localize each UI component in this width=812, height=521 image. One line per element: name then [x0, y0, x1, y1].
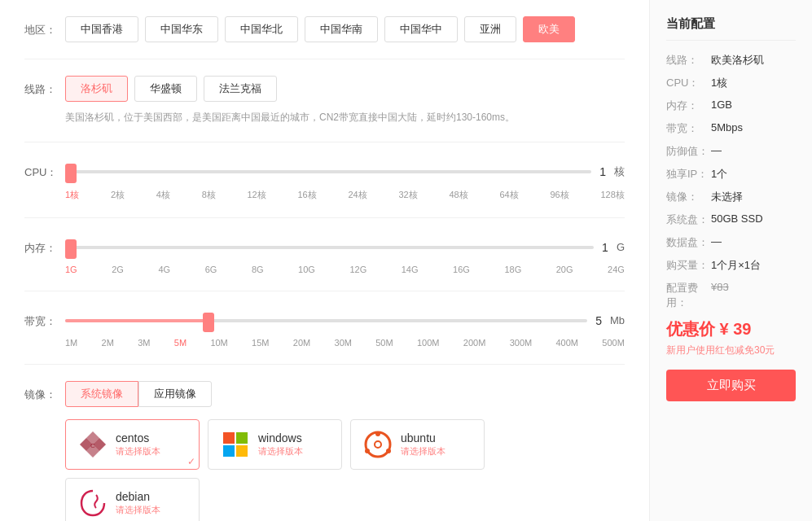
config-ip: 独享IP： 1个: [666, 167, 796, 182]
cpu-slider[interactable]: [65, 172, 591, 175]
cpu-tick-24: 24核: [349, 189, 367, 201]
price-note: 新用户使用红包减免30元: [666, 344, 796, 357]
config-defense-val: —: [711, 144, 796, 159]
debian-icon: [78, 488, 108, 518]
mem-tick-1g: 1G: [65, 265, 77, 274]
os-card-debian[interactable]: debian 请选择版本: [65, 478, 200, 521]
region-us[interactable]: 欧美: [523, 16, 575, 42]
mem-tick-12g: 12G: [349, 265, 366, 274]
windows-icon: [221, 430, 250, 459]
debian-name: debian: [116, 490, 160, 503]
config-qty-key: 购买量：: [666, 258, 711, 273]
bandwidth-content: 5 Mb 1M 2M 3M 5M 10M 15M 20M 30M 50M 100…: [65, 308, 625, 348]
bw-tick-30m: 30M: [335, 338, 352, 348]
image-content: 系统镜像 应用镜像 C: [65, 381, 625, 521]
mem-tick-6g: 6G: [205, 265, 217, 274]
buy-button[interactable]: 立即购买: [666, 370, 796, 401]
cpu-tick-128: 128核: [601, 189, 625, 201]
centos-icon: C: [78, 430, 108, 459]
centos-name: centos: [116, 431, 160, 444]
config-image: 镜像： 未选择: [666, 190, 796, 204]
config-bw-val: 5Mbps: [711, 121, 796, 136]
cpu-tick-8: 8核: [202, 189, 216, 201]
image-tab-app[interactable]: 应用镜像: [138, 381, 212, 407]
discount-price: 优惠价 ¥ 39: [666, 318, 796, 340]
svg-rect-7: [236, 432, 248, 444]
svg-rect-8: [223, 445, 235, 457]
bw-tick-50m: 50M: [375, 338, 393, 348]
line-la[interactable]: 洛杉矶: [65, 76, 128, 102]
config-sysdisk-key: 系统盘：: [666, 212, 711, 227]
centos-sub: 请选择版本: [116, 446, 160, 456]
os-grid: C centos 请选择版本: [65, 419, 625, 521]
cpu-tick-1: 1核: [65, 189, 79, 201]
region-south[interactable]: 中国华南: [305, 16, 378, 42]
line-frankfurt[interactable]: 法兰克福: [204, 76, 277, 102]
line-row: 线路： 洛杉矶 华盛顿 法兰克福 美国洛杉矶，位于美国西部，是美国距离中国最近的…: [24, 76, 625, 142]
line-btn-group: 洛杉矶 华盛顿 法兰克福: [65, 76, 625, 102]
bw-tick-2m: 2M: [102, 338, 114, 348]
line-description: 美国洛杉矶，位于美国西部，是美国距离中国最近的城市，CN2带宽直接中国大陆，延时…: [65, 110, 625, 125]
bw-tick-400m: 400M: [556, 338, 579, 348]
cpu-tick-32: 32核: [399, 189, 418, 201]
windows-name: windows: [258, 431, 303, 444]
line-dc[interactable]: 华盛顿: [134, 76, 197, 102]
bandwidth-slider[interactable]: [65, 321, 587, 324]
image-row: 镜像： 系统镜像 应用镜像 C: [24, 381, 625, 521]
right-panel: 当前配置 线路： 欧美洛杉矶 CPU： 1核 内存： 1GB 带宽： 5Mbps…: [649, 0, 812, 521]
region-central[interactable]: 中国华中: [384, 16, 458, 42]
debian-info: debian 请选择版本: [116, 490, 160, 516]
cpu-tick-48: 48核: [450, 189, 468, 201]
memory-ticks: 1G 2G 4G 6G 8G 10G 12G 14G 16G 18G 20G 2…: [65, 265, 625, 274]
config-line: 线路： 欧美洛杉矶: [666, 53, 796, 68]
bandwidth-slider-wrapper: [65, 314, 587, 326]
bw-tick-300m: 300M: [510, 338, 533, 348]
cpu-tick-4: 4核: [156, 189, 170, 201]
config-sysdisk-val: 50GB SSD: [711, 212, 796, 227]
config-qty-val: 1个月×1台: [711, 258, 796, 273]
cpu-row: CPU： 1 核 1核 2核 4核 8核 12核: [24, 159, 625, 218]
memory-row: 内存： 1 G 1G 2G 4G 6G 8G 10: [24, 234, 625, 291]
region-row: 地区： 中国香港 中国华东 中国华北 中国华南 中国华中 亚洲 欧美: [24, 16, 625, 59]
cpu-label: CPU：: [24, 159, 65, 180]
cpu-tick-64: 64核: [500, 189, 519, 201]
memory-slider[interactable]: [65, 247, 594, 251]
line-label: 线路：: [24, 76, 65, 97]
config-defense: 防御值： —: [666, 144, 796, 159]
mem-tick-18g: 18G: [504, 265, 521, 274]
config-datadisk-key: 数据盘：: [666, 235, 711, 250]
svg-rect-6: [223, 432, 235, 444]
memory-unit: G: [617, 241, 625, 253]
memory-content: 1 G 1G 2G 4G 6G 8G 10G 12G 14G 16G 18G 2…: [65, 234, 625, 274]
region-north[interactable]: 中国华北: [225, 16, 298, 42]
config-items: 线路： 欧美洛杉矶 CPU： 1核 内存： 1GB 带宽： 5Mbps 防御值：…: [666, 53, 796, 310]
bw-tick-10m: 10M: [210, 338, 227, 348]
mem-tick-4g: 4G: [158, 265, 170, 274]
config-ip-val: 1个: [711, 167, 796, 182]
config-image-key: 镜像：: [666, 190, 711, 204]
config-title: 当前配置: [666, 16, 796, 41]
config-defense-key: 防御值：: [666, 144, 711, 159]
mem-tick-10g: 10G: [298, 265, 315, 274]
os-card-ubuntu[interactable]: ubuntu 请选择版本: [350, 419, 485, 470]
svg-point-14: [375, 441, 381, 448]
centos-info: centos 请选择版本: [116, 431, 160, 458]
cpu-tick-16: 16核: [298, 189, 317, 201]
config-cpu-key: CPU：: [666, 76, 711, 90]
region-label: 地区：: [24, 16, 65, 37]
config-cpu: CPU： 1核: [666, 76, 796, 90]
image-tab-system[interactable]: 系统镜像: [65, 381, 138, 407]
cpu-tick-2: 2核: [111, 189, 125, 201]
line-content: 洛杉矶 华盛顿 法兰克福 美国洛杉矶，位于美国西部，是美国距离中国最近的城市，C…: [65, 76, 625, 125]
svg-point-13: [386, 449, 391, 453]
os-card-centos[interactable]: C centos 请选择版本: [65, 419, 200, 470]
region-east[interactable]: 中国华东: [145, 16, 218, 42]
config-datadisk-val: —: [711, 235, 796, 250]
region-hk[interactable]: 中国香港: [65, 16, 138, 42]
bandwidth-unit: Mb: [610, 314, 625, 326]
os-card-windows[interactable]: windows 请选择版本: [208, 419, 342, 470]
region-asia[interactable]: 亚洲: [464, 16, 516, 42]
bandwidth-value: 5: [595, 314, 602, 327]
ubuntu-sub: 请选择版本: [401, 446, 446, 456]
config-mem-val: 1GB: [711, 99, 796, 113]
